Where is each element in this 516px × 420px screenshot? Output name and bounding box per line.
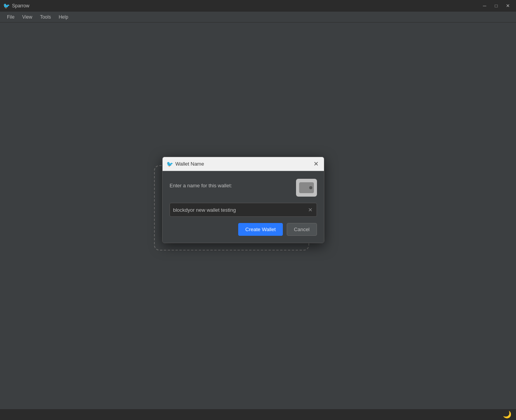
menu-file[interactable]: File xyxy=(3,13,18,21)
title-bar-controls: ─ □ ✕ xyxy=(480,2,513,10)
title-bar: 🐦 Sparrow ─ □ ✕ xyxy=(0,0,516,12)
app-icon: 🐦 xyxy=(3,3,10,9)
theme-icon[interactable]: 🌙 xyxy=(503,410,511,419)
wallet-icon-dot xyxy=(309,186,312,189)
dialog-header-row: Enter a name for this wallet: xyxy=(170,179,317,197)
create-wallet-button[interactable]: Create Wallet xyxy=(238,223,282,236)
close-button[interactable]: ✕ xyxy=(503,2,513,10)
title-bar-left: 🐦 Sparrow xyxy=(3,3,29,9)
cancel-button[interactable]: Cancel xyxy=(287,223,317,236)
dialog-prompt: Enter a name for this wallet: xyxy=(170,179,232,188)
wallet-name-input[interactable] xyxy=(173,207,307,213)
menu-view[interactable]: View xyxy=(18,13,36,21)
menu-tools[interactable]: Tools xyxy=(36,13,55,21)
dialog-close-button[interactable]: ✕ xyxy=(312,160,320,168)
dialog-titlebar: 🐦 Wallet Name ✕ xyxy=(163,157,324,171)
menu-help[interactable]: Help xyxy=(55,13,72,21)
wallet-name-input-row: ✕ xyxy=(170,203,317,217)
maximize-button[interactable]: □ xyxy=(491,2,501,10)
dialog-sparrow-icon: 🐦 xyxy=(166,161,173,167)
wallet-icon-box xyxy=(296,179,317,197)
button-row: Create Wallet Cancel xyxy=(170,223,317,236)
dialog-titlebar-left: 🐦 Wallet Name xyxy=(166,161,204,167)
dialog-title: Wallet Name xyxy=(175,161,204,167)
status-bar: 🌙 xyxy=(0,409,516,420)
app-title: Sparrow xyxy=(12,3,29,9)
main-area: 🐦 Wallet Name ✕ Enter a name for this wa… xyxy=(0,22,516,409)
dialog-body: Enter a name for this wallet: ✕ Create W… xyxy=(163,171,324,243)
wallet-icon-inner xyxy=(299,182,314,193)
input-clear-button[interactable]: ✕ xyxy=(307,207,313,213)
menu-bar: File View Tools Help xyxy=(0,12,516,22)
wallet-name-dialog: 🐦 Wallet Name ✕ Enter a name for this wa… xyxy=(162,157,324,243)
minimize-button[interactable]: ─ xyxy=(480,2,490,10)
